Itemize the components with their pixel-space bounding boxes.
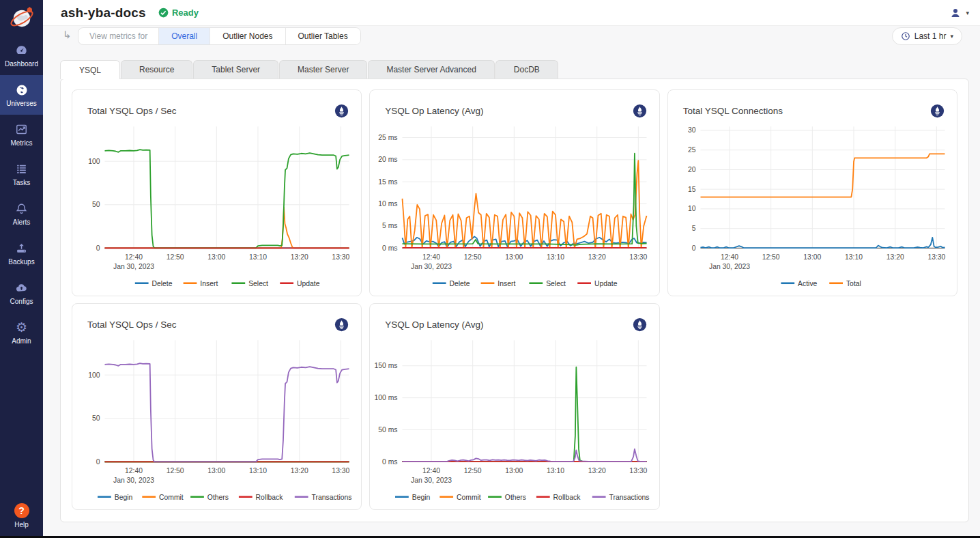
sidebar-item-alerts[interactable]: Alerts xyxy=(0,194,43,233)
svg-text:12:40: 12:40 xyxy=(422,253,440,261)
legend-item[interactable]: Transactions xyxy=(295,494,352,501)
time-range-label: Last 1 hr xyxy=(914,31,947,41)
check-circle-icon xyxy=(158,8,169,18)
svg-text:12:40: 12:40 xyxy=(125,253,143,261)
chart-card: Total YSQL Ops / Sec 12:4012:5013:0013:1… xyxy=(72,89,362,296)
svg-text:50: 50 xyxy=(92,201,100,208)
app-logo[interactable] xyxy=(0,0,43,36)
svg-text:13:30: 13:30 xyxy=(927,253,945,261)
charts-grid: Total YSQL Ops / Sec 12:4012:5013:0013:1… xyxy=(72,89,957,510)
legend-item[interactable]: Begin xyxy=(98,494,132,501)
legend-item[interactable]: Commit xyxy=(142,494,184,501)
sidebar-item-metrics[interactable]: Metrics xyxy=(0,115,43,154)
series-active xyxy=(700,238,945,248)
prometheus-icon[interactable] xyxy=(334,104,349,118)
legend-item[interactable]: Others xyxy=(190,494,229,501)
svg-text:13:20: 13:20 xyxy=(886,253,904,261)
sidebar-item-dashboard[interactable]: Dashboard xyxy=(0,36,43,75)
svg-text:Transactions: Transactions xyxy=(609,494,650,501)
legend-item[interactable]: Rollback xyxy=(239,494,283,501)
chevron-down-icon: ▾ xyxy=(950,33,953,40)
sidebar-item-configs[interactable]: Configs xyxy=(0,273,43,313)
chart-plot: 12:4012:5013:0013:1013:2013:300 ms5 ms10… xyxy=(370,120,659,295)
svg-text:Commit: Commit xyxy=(159,494,184,501)
svg-text:0 ms: 0 ms xyxy=(382,244,397,252)
tab-ysql[interactable]: YSQL xyxy=(60,60,120,79)
svg-text:15 ms: 15 ms xyxy=(379,178,398,186)
user-menu[interactable]: ▾ xyxy=(949,7,969,19)
chart-title: YSQL Op Latency (Avg) xyxy=(385,320,483,330)
user-icon xyxy=(949,7,962,19)
chart-title: Total YSQL Ops / Sec xyxy=(87,106,177,116)
tab-resource[interactable]: Resource xyxy=(121,60,192,79)
tab-master-server-advanced[interactable]: Master Server Advanced xyxy=(368,60,494,79)
svg-text:Jan 30, 2023: Jan 30, 2023 xyxy=(113,477,154,484)
sidebar-item-backups[interactable]: Backups xyxy=(0,233,43,273)
legend-item[interactable]: Update xyxy=(280,280,319,287)
tab-overall[interactable]: Overall xyxy=(158,28,210,44)
legend-item[interactable]: Insert xyxy=(481,280,516,287)
prometheus-icon[interactable] xyxy=(633,317,647,332)
svg-text:12:40: 12:40 xyxy=(125,467,143,475)
prometheus-icon[interactable] xyxy=(930,104,945,118)
legend-item[interactable]: Rollback xyxy=(536,494,581,501)
sidebar-item-tasks[interactable]: Tasks xyxy=(0,154,43,194)
sidebar-item-admin[interactable]: ⚙ Admin xyxy=(0,313,43,352)
legend-item[interactable]: Active xyxy=(781,280,817,287)
tab-docdb[interactable]: DocDB xyxy=(495,60,558,79)
time-range-selector[interactable]: Last 1 hr ▾ xyxy=(892,27,962,45)
legend-item[interactable]: Select xyxy=(530,280,566,287)
sidebar-nav: Dashboard Universes Metrics Tasks Alerts xyxy=(0,36,43,352)
svg-text:Insert: Insert xyxy=(498,280,516,287)
legend-item[interactable]: Transactions xyxy=(592,494,650,501)
tab-outlier-nodes[interactable]: Outlier Nodes xyxy=(210,28,285,44)
chart-canvas: 12:4012:5013:0013:1013:2013:300 ms50 ms1… xyxy=(371,334,657,506)
svg-text:Rollback: Rollback xyxy=(553,494,581,501)
svg-text:12:40: 12:40 xyxy=(721,253,738,261)
series-others xyxy=(403,367,647,462)
svg-text:13:10: 13:10 xyxy=(845,253,863,261)
svg-text:13:30: 13:30 xyxy=(630,253,648,261)
view-metrics-label: View metrics for xyxy=(78,31,158,41)
legend-item[interactable]: Update xyxy=(578,280,618,287)
chart-card: YSQL Op Latency (Avg) 12:4012:5013:0013:… xyxy=(369,89,659,296)
svg-text:12:50: 12:50 xyxy=(762,253,779,261)
legend-item[interactable]: Insert xyxy=(184,280,218,287)
svg-text:100: 100 xyxy=(88,158,100,165)
svg-text:13:00: 13:00 xyxy=(803,253,821,261)
svg-text:Jan 30, 2023: Jan 30, 2023 xyxy=(113,263,154,270)
chart-title: YSQL Op Latency (Avg) xyxy=(385,106,483,116)
page-title: ash-yba-docs xyxy=(61,5,146,20)
chart-plot: 12:4012:5013:0013:1013:2013:30050100Jan … xyxy=(72,120,361,295)
chart-card: Total YSQL Connections 12:4012:5013:0013… xyxy=(667,89,957,296)
legend-item[interactable]: Commit xyxy=(440,494,482,501)
svg-text:Others: Others xyxy=(207,494,229,501)
svg-text:20: 20 xyxy=(688,166,696,173)
legend-item[interactable]: Delete xyxy=(433,280,470,287)
svg-text:Delete: Delete xyxy=(450,280,470,287)
svg-text:13:00: 13:00 xyxy=(506,253,523,261)
legend-item[interactable]: Total xyxy=(829,280,861,287)
configs-icon xyxy=(15,281,29,295)
chart-canvas: 12:4012:5013:0013:1013:2013:300510152025… xyxy=(669,120,955,292)
sidebar-item-help[interactable]: ? Help xyxy=(0,503,43,528)
sidebar-item-universes[interactable]: Universes xyxy=(0,75,43,115)
legend-item[interactable]: Others xyxy=(488,494,526,501)
prometheus-icon[interactable] xyxy=(633,104,647,118)
svg-text:13:10: 13:10 xyxy=(547,467,564,475)
tab-master-server[interactable]: Master Server xyxy=(279,60,367,79)
svg-text:Others: Others xyxy=(505,494,526,501)
svg-text:13:30: 13:30 xyxy=(332,467,349,475)
legend-item[interactable]: Delete xyxy=(135,280,173,287)
legend-item[interactable]: Begin xyxy=(395,494,430,501)
legend-item[interactable]: Select xyxy=(231,280,268,287)
metrics-icon xyxy=(15,123,29,137)
metrics-panel: Total YSQL Ops / Sec 12:4012:5013:0013:1… xyxy=(60,79,969,522)
svg-text:13:00: 13:00 xyxy=(207,253,225,261)
svg-text:12:50: 12:50 xyxy=(464,467,482,475)
tab-outlier-tables[interactable]: Outlier Tables xyxy=(285,28,360,44)
prometheus-icon[interactable] xyxy=(334,317,349,332)
svg-text:Rollback: Rollback xyxy=(256,494,284,501)
svg-text:13:10: 13:10 xyxy=(547,253,564,261)
tab-tablet-server[interactable]: Tablet Server xyxy=(193,60,278,79)
